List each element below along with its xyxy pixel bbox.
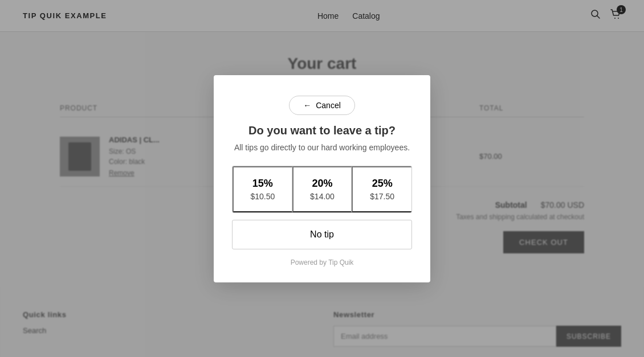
no-tip-button[interactable]: No tip [232, 220, 412, 249]
tip-options: 15% $10.50 20% $14.00 25% $17.50 [232, 166, 412, 213]
tip-option-15[interactable]: 15% $10.50 [233, 166, 292, 212]
tip-amount-25: $17.50 [370, 192, 394, 201]
modal-overlay: ← Cancel Do you want to leave a tip? All… [0, 0, 644, 357]
tip-option-25[interactable]: 25% $17.50 [352, 166, 411, 212]
tip-percent-15: 15% [252, 178, 273, 190]
cancel-label: Cancel [316, 101, 341, 110]
modal-title: Do you want to leave a tip? [232, 124, 412, 137]
tip-modal: ← Cancel Do you want to leave a tip? All… [214, 75, 430, 282]
modal-subtitle: All tips go directly to our hard working… [232, 143, 412, 152]
tip-amount-15: $10.50 [250, 192, 275, 201]
tip-percent-20: 20% [312, 178, 332, 190]
cancel-bar: ← Cancel [232, 96, 412, 115]
powered-by-text: Powered by Tip Quik [232, 258, 412, 266]
tip-percent-25: 25% [372, 178, 393, 190]
cancel-button[interactable]: ← Cancel [289, 96, 355, 115]
tip-option-20[interactable]: 20% $14.00 [292, 166, 352, 212]
back-arrow-icon: ← [303, 101, 311, 110]
tip-amount-20: $14.00 [310, 192, 335, 201]
